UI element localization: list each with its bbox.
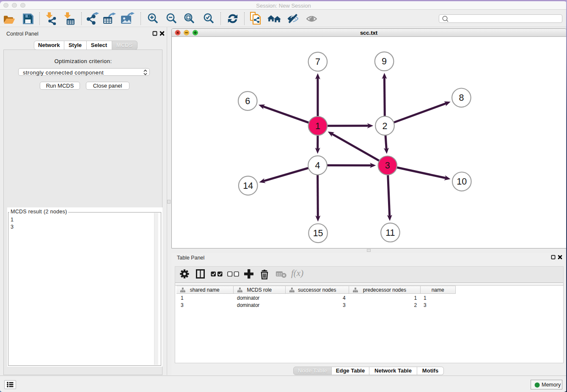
svg-text:6: 6 bbox=[245, 96, 250, 106]
svg-text:14: 14 bbox=[243, 181, 253, 191]
svg-text:15: 15 bbox=[313, 228, 323, 238]
svg-text:10: 10 bbox=[457, 177, 467, 187]
svg-text:4: 4 bbox=[315, 160, 320, 171]
svg-text:3: 3 bbox=[385, 160, 390, 171]
svg-text:2: 2 bbox=[382, 121, 387, 131]
svg-text:1: 1 bbox=[315, 121, 320, 131]
svg-text:7: 7 bbox=[315, 57, 320, 67]
svg-text:11: 11 bbox=[385, 228, 395, 238]
svg-text:9: 9 bbox=[382, 56, 387, 66]
svg-text:8: 8 bbox=[459, 93, 464, 103]
